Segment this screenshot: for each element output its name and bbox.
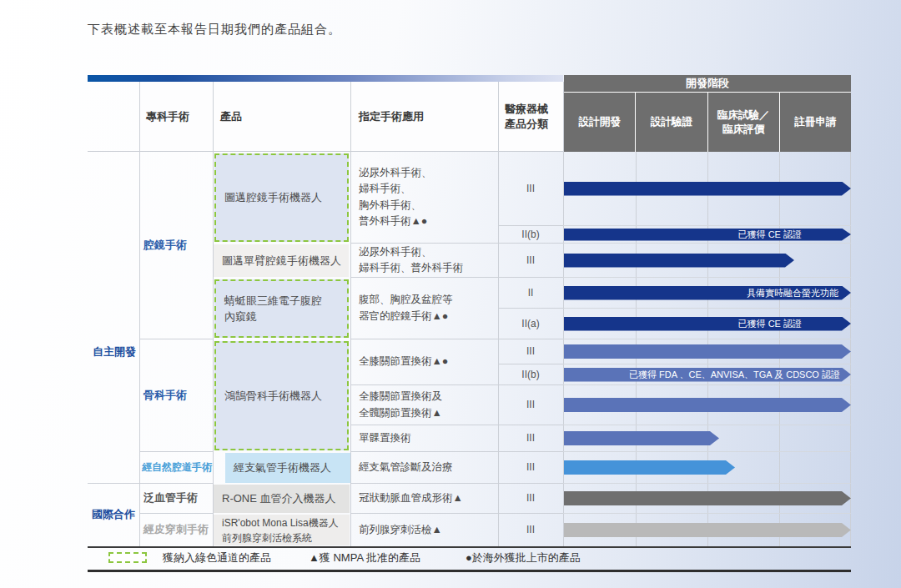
stage-row-toumai-iib: 已獲得 CE 認證 bbox=[563, 226, 851, 244]
stage-row-dragonfly-ii: 具備實時融合螢光功能 bbox=[563, 278, 851, 309]
stage-registration-application: 註冊申請 bbox=[779, 93, 851, 152]
bar-label: 已獲得 CE 認證 bbox=[738, 229, 851, 241]
bar-label: 已獲得 CE 認證 bbox=[738, 318, 851, 330]
dev-stage-header: 開發階段 設計開發 設計驗證 臨床試驗／ 臨床評價 註冊申請 bbox=[564, 75, 851, 152]
header-specialty: 專科手術 bbox=[139, 82, 213, 152]
green-channel-legend-swatch bbox=[108, 552, 147, 563]
product-dragonfly-eye: 蜻蜓眼三維電子腹腔 內窺鏡 bbox=[214, 279, 349, 338]
classification-row-6: III bbox=[498, 339, 563, 364]
stage-row-toumai-iii bbox=[563, 152, 851, 226]
dev-stage-columns: 設計開發 設計驗證 臨床試驗／ 臨床評價 註冊申請 bbox=[564, 93, 851, 152]
specialty-natural-orifice-surgery: 經自然腔道手術 bbox=[139, 452, 213, 484]
legend-green-channel: 獲納入綠色通道的產品 bbox=[163, 547, 271, 569]
application-honghu-tka: 全膝關節置換術▲● bbox=[350, 339, 498, 385]
stage-row-honghu-tka-iii bbox=[563, 339, 851, 364]
progress-bar-honghu-uka bbox=[564, 431, 719, 445]
stage-row-honghu-uka bbox=[563, 425, 851, 452]
group-inhouse-development: 自主開發 bbox=[88, 152, 139, 484]
product-r-one: R-ONE 血管介入機器人 bbox=[214, 485, 350, 513]
progress-bar-honghu-certifications: 已獲得 FDA 、CE、ANVISA、TGA 及 CDSCO 認證 bbox=[564, 368, 851, 382]
application-toumai-single-arm: 泌尿外科手術、 婦科手術、普外科手術 bbox=[350, 244, 498, 278]
specialty-panvascular-surgery: 泛血管手術 bbox=[139, 484, 213, 514]
progress-bar-toumai-single-arm bbox=[564, 254, 794, 268]
product-portfolio-table: 專科手術 產品 指定手術應用 醫療器械 產品分類 開發階段 設計開發 設計驗證 … bbox=[88, 75, 851, 575]
product-isrobot-mona-lisa: iSR'obot Mona Lisa機器人 前列腺穿刺活檢系統 bbox=[214, 515, 350, 545]
stage-row-isrobot bbox=[563, 514, 851, 546]
product-honghu: 鴻鵠骨科手術機器人 bbox=[214, 341, 349, 450]
classification-row-9: III bbox=[498, 425, 563, 452]
classification-row-7: II(b) bbox=[498, 364, 563, 385]
bar-label: 具備實時融合螢光功能 bbox=[747, 287, 851, 299]
classification-row-1: III bbox=[498, 152, 563, 226]
classification-row-3: III bbox=[498, 244, 563, 278]
progress-bar-dragonfly-ce: 已獲得 CE 認證 bbox=[564, 317, 851, 331]
classification-row-5: II(a) bbox=[498, 309, 563, 339]
stage-row-toumai-single-arm bbox=[563, 244, 851, 278]
stage-row-bronchoscopy bbox=[563, 452, 851, 484]
bar-label: 已獲得 FDA 、CE、ANVISA、TGA 及 CDSCO 認證 bbox=[629, 369, 851, 381]
stage-design-verification: 設計驗證 bbox=[635, 93, 707, 152]
application-honghu-uka: 單髁置換術 bbox=[350, 425, 498, 452]
progress-bar-honghu-tka-tha bbox=[564, 398, 851, 412]
progress-bar-toumai-iib-ce: 已獲得 CE 認證 bbox=[564, 229, 851, 241]
stage-row-honghu-tka-tha bbox=[563, 385, 851, 425]
application-bronchoscopy: 經支氣管診斷及治療 bbox=[350, 452, 498, 484]
product-bronchoscopy-robot: 經支氣管手術機器人 bbox=[225, 453, 350, 483]
header-product: 產品 bbox=[213, 82, 350, 152]
product-toumai-single-arm: 圖邁單臂腔鏡手術機器人 bbox=[214, 244, 349, 277]
progress-bar-r-one bbox=[564, 491, 851, 505]
header-classification: 醫療器械 產品分類 bbox=[498, 82, 563, 152]
table-top-accent-bar bbox=[88, 75, 563, 82]
classification-row-10: III bbox=[498, 452, 563, 484]
application-dragonfly-eye: 腹部、胸腔及盆腔等 器官的腔鏡手術▲● bbox=[350, 278, 498, 339]
classification-row-8: III bbox=[498, 385, 563, 425]
report-page: 下表概述載至本報告日期我們的產品組合。 專科手術 產品 指定手術應用 醫療器械 … bbox=[0, 0, 901, 588]
classification-row-11: III bbox=[498, 484, 563, 514]
dev-stage-title: 開發階段 bbox=[564, 75, 851, 93]
stage-row-r-one bbox=[563, 484, 851, 514]
gridline-col2 bbox=[213, 82, 214, 546]
application-toumai: 泌尿外科手術、 婦科手術、 胸外科手術、 普外科手術▲● bbox=[350, 152, 498, 244]
progress-bar-isrobot bbox=[564, 523, 851, 537]
application-honghu-tka-tha: 全膝關節置換術及 全髖關節置換術▲ bbox=[350, 385, 498, 425]
legend-bottom-rule bbox=[88, 570, 851, 572]
specialty-orthopedic-surgery: 骨科手術 bbox=[139, 339, 213, 452]
application-r-one: 冠狀動脈血管成形術▲ bbox=[350, 484, 498, 514]
progress-bar-toumai-iii bbox=[564, 182, 851, 196]
group-international-cooperation: 國際合作 bbox=[88, 484, 139, 546]
progress-bar-honghu-tka-iii bbox=[564, 344, 851, 359]
stage-design-development: 設計開發 bbox=[564, 93, 635, 152]
progress-bar-bronchoscopy bbox=[564, 460, 735, 475]
specialty-percutaneous-surgery: 經皮穿刺手術 bbox=[139, 514, 213, 546]
specialty-laparoscopic-surgery: 腔鏡手術 bbox=[139, 152, 213, 339]
legend-nmpa-approved: ▲獲 NMPA 批准的產品 bbox=[309, 547, 420, 569]
product-toumai: 圖邁腔鏡手術機器人 bbox=[214, 153, 349, 242]
classification-row-12: III bbox=[498, 514, 563, 546]
application-isrobot: 前列腺穿刺活檢▲ bbox=[350, 514, 498, 546]
page-title: 下表概述載至本報告日期我們的產品組合。 bbox=[88, 22, 341, 38]
classification-row-2: II(b) bbox=[498, 226, 563, 244]
classification-row-4: II bbox=[498, 278, 563, 309]
stage-row-honghu-tka-iib: 已獲得 FDA 、CE、ANVISA、TGA 及 CDSCO 認證 bbox=[563, 364, 851, 385]
progress-bar-dragonfly-fluorescence: 具備實時融合螢光功能 bbox=[564, 286, 851, 300]
legend-overseas-approved: ●於海外獲批上市的產品 bbox=[466, 547, 581, 569]
header-application: 指定手術應用 bbox=[350, 82, 498, 152]
stage-clinical-trial-evaluation: 臨床試驗／ 臨床評價 bbox=[707, 93, 779, 152]
stage-row-dragonfly-iia: 已獲得 CE 認證 bbox=[563, 309, 851, 339]
